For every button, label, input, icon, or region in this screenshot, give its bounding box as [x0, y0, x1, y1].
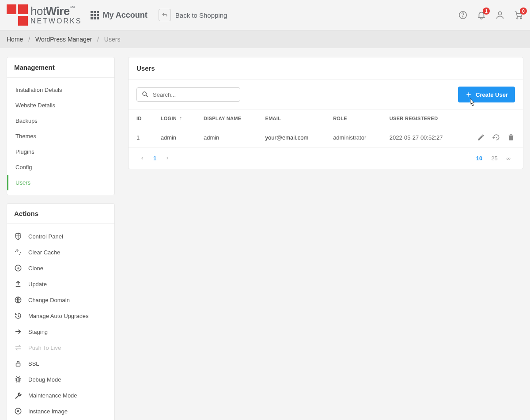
cell-display-name: admin	[196, 127, 257, 148]
person-icon	[495, 10, 505, 20]
back-button[interactable]	[159, 9, 171, 21]
apps-icon	[91, 11, 99, 19]
header: hotWireSM NETWORKS My Account Back to Sh…	[0, 0, 530, 30]
help-icon	[458, 10, 468, 20]
notification-badge: 1	[483, 8, 490, 15]
back-to-shopping-link[interactable]: Back to Shopping	[175, 11, 227, 19]
col-email[interactable]: EMAIL	[257, 110, 326, 127]
notifications-button[interactable]: 1	[477, 10, 486, 20]
action-clone[interactable]: Clone	[7, 260, 114, 276]
mgmt-item-installation-details[interactable]: Installation Details	[7, 82, 114, 98]
shield-icon	[14, 232, 22, 240]
col-display-name[interactable]: DISPLAY NAME	[196, 110, 257, 127]
my-account-label: My Account	[102, 11, 147, 20]
actions-panel: Actions Control PanelClear CacheCloneUpd…	[7, 203, 115, 420]
cart-button[interactable]: 0	[514, 10, 523, 20]
mgmt-item-plugins[interactable]: Plugins	[7, 144, 114, 159]
action-update[interactable]: Update	[7, 276, 114, 292]
swap-icon	[14, 344, 22, 352]
wrench-icon	[14, 391, 22, 399]
upload-icon	[14, 280, 22, 288]
users-table: ID LOGIN↑ DISPLAY NAME EMAIL ROLE USER R…	[129, 110, 523, 148]
action-push-to-live: Push To Live	[7, 340, 114, 356]
breadcrumb-current: Users	[104, 36, 121, 43]
action-ssl[interactable]: SSL	[7, 356, 114, 371]
actions-title: Actions	[7, 204, 114, 224]
mgmt-item-backups[interactable]: Backups	[7, 113, 114, 129]
col-id[interactable]: ID	[129, 110, 153, 127]
arrow-right-icon	[14, 328, 22, 336]
return-icon	[161, 11, 168, 19]
action-debug-mode[interactable]: Debug Mode	[7, 371, 114, 387]
cell-registered: 2022-05-27 00:52:27	[382, 127, 461, 148]
action-maintenance-mode[interactable]: Maintenance Mode	[7, 387, 114, 403]
breadcrumb-wp-manager[interactable]: WordPress Manager	[35, 36, 92, 43]
management-title: Management	[7, 57, 114, 78]
page-size-25[interactable]: 25	[487, 153, 502, 163]
page-current[interactable]: 1	[148, 153, 162, 163]
action-change-domain[interactable]: Change Domain	[7, 292, 114, 308]
cart-badge: 0	[520, 8, 527, 15]
cell-email: your@email.com	[257, 127, 326, 148]
page-size-10[interactable]: 10	[472, 153, 487, 163]
pagination: 1 1025∞	[129, 148, 523, 169]
globe-icon	[14, 296, 22, 304]
action-staging[interactable]: Staging	[7, 324, 114, 340]
svg-point-2	[498, 12, 501, 15]
history-icon	[14, 312, 22, 320]
help-button[interactable]	[458, 10, 468, 20]
svg-point-3	[517, 18, 518, 19]
table-row: 1adminadminyour@email.comadministrator20…	[129, 127, 523, 148]
users-panel: Users Create User	[128, 57, 523, 169]
svg-point-1	[463, 17, 463, 17]
edit-icon[interactable]	[477, 133, 485, 141]
mgmt-item-website-details[interactable]: Website Details	[7, 98, 114, 113]
plus-circle-icon	[14, 264, 22, 272]
chevron-right-icon	[165, 156, 170, 160]
search-input[interactable]	[153, 91, 235, 98]
panel-title: Users	[129, 57, 523, 79]
logo-icon	[7, 4, 28, 26]
cell-id: 1	[129, 127, 153, 148]
col-registered[interactable]: USER REGISTERED	[382, 110, 461, 127]
col-login[interactable]: LOGIN↑	[153, 110, 196, 127]
chevron-left-icon	[140, 156, 144, 160]
breadcrumb: Home / WordPress Manager / Users	[0, 30, 530, 48]
disc-icon	[14, 407, 22, 415]
svg-point-12	[496, 137, 497, 138]
account-button[interactable]	[495, 10, 505, 20]
create-user-label: Create User	[476, 91, 508, 98]
mgmt-item-config[interactable]: Config	[7, 159, 114, 175]
action-instance-image[interactable]: Instance Image	[7, 403, 114, 419]
svg-rect-7	[16, 363, 20, 366]
svg-point-11	[18, 411, 19, 412]
page-size-∞[interactable]: ∞	[502, 153, 515, 163]
cell-role: administrator	[325, 127, 382, 148]
page-next[interactable]	[162, 153, 173, 163]
col-role[interactable]: ROLE	[325, 110, 382, 127]
search-icon	[141, 91, 149, 98]
action-clear-cache[interactable]: Clear Cache	[7, 244, 114, 260]
mgmt-item-themes[interactable]: Themes	[7, 129, 114, 144]
management-panel: Management Installation DetailsWebsite D…	[7, 57, 115, 195]
refresh-dashed-icon	[14, 248, 22, 256]
breadcrumb-home[interactable]: Home	[7, 36, 23, 43]
action-control-panel[interactable]: Control Panel	[7, 228, 114, 244]
restore-icon[interactable]	[492, 133, 500, 141]
cell-login: admin	[153, 127, 196, 148]
page-prev[interactable]	[136, 153, 148, 163]
svg-point-4	[520, 18, 522, 19]
bug-icon	[14, 375, 22, 383]
plus-icon	[465, 91, 472, 98]
logo[interactable]: hotWireSM NETWORKS	[7, 4, 82, 26]
search-box[interactable]	[136, 87, 240, 102]
create-user-button[interactable]: Create User	[458, 87, 515, 102]
action-manage-auto-upgrades[interactable]: Manage Auto Upgrades	[7, 308, 114, 324]
lock-icon	[14, 359, 22, 367]
mgmt-item-users[interactable]: Users	[7, 175, 114, 190]
delete-icon[interactable]	[507, 133, 515, 141]
sort-asc-icon: ↑	[179, 115, 182, 121]
my-account-link[interactable]: My Account	[91, 11, 147, 20]
